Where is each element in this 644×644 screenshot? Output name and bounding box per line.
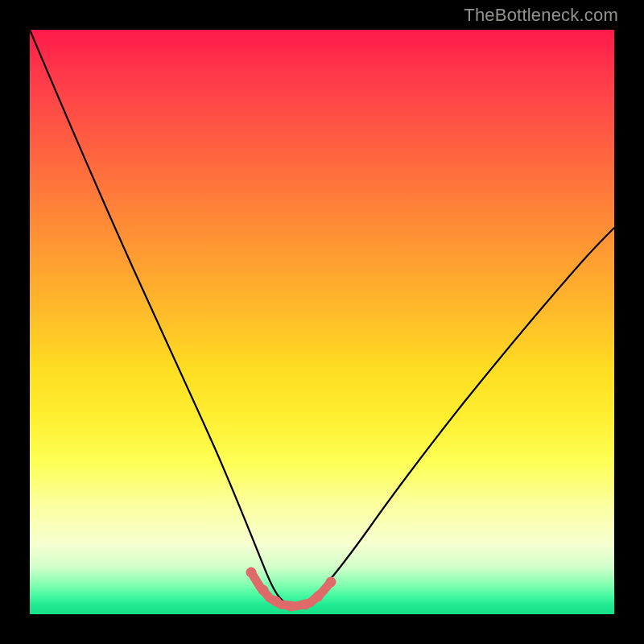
highlight-dot [326,577,336,588]
highlight-dot [286,601,296,612]
highlight-dot [258,585,269,596]
chart-frame: TheBottleneck.com [0,0,644,644]
highlight-dot [271,597,282,607]
highlight-dot [246,568,257,578]
highlight-dot [300,600,311,610]
highlight-dot [313,592,324,602]
curve-svg [30,30,614,614]
bottleneck-curve [30,30,614,606]
plot-area [30,30,614,614]
watermark-text: TheBottleneck.com [464,5,618,26]
